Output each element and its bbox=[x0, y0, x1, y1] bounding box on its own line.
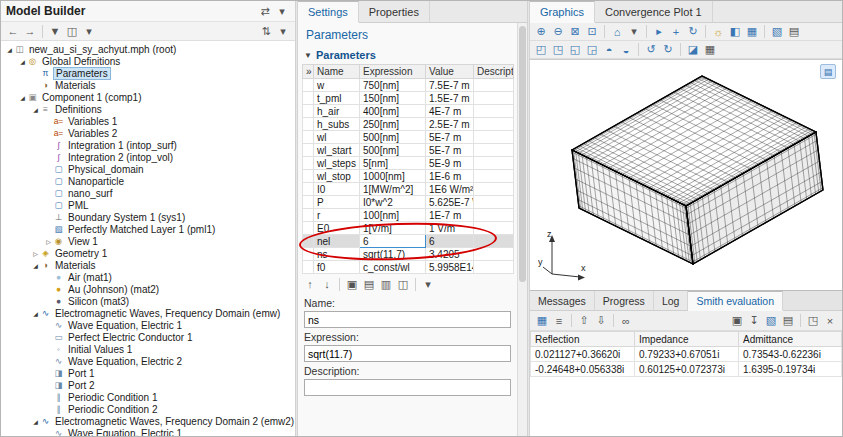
tree-item-materials[interactable]: ◢◑Materials bbox=[1, 259, 295, 271]
param-row-h-air[interactable]: h_air400[nm]4E-7 m bbox=[303, 105, 514, 118]
scene-light-icon[interactable]: ☼ bbox=[710, 24, 726, 40]
orbit-icon[interactable]: ↻ bbox=[685, 24, 701, 40]
param-expression-cell[interactable]: 6 bbox=[360, 235, 426, 248]
param-value-cell[interactable]: 1E-7 m bbox=[426, 209, 474, 222]
sort-descending-icon[interactable]: ⇩ bbox=[593, 313, 609, 329]
param-expression-cell[interactable]: 750[nm] bbox=[360, 79, 426, 92]
param-row-ns[interactable]: nssqrt(11.7)3.4205 bbox=[303, 248, 514, 261]
param-row-r[interactable]: r100[nm]1E-7 m bbox=[303, 209, 514, 222]
param-description-cell[interactable] bbox=[474, 105, 514, 118]
param-description-cell[interactable] bbox=[474, 118, 514, 131]
expand-collapse-icon[interactable]: ⇅ bbox=[258, 23, 274, 39]
tree-item-air-mat1[interactable]: ●Air (mat1) bbox=[1, 271, 295, 283]
dock-icon[interactable]: ◳ bbox=[805, 313, 821, 329]
image-icon[interactable]: ▧ bbox=[763, 313, 779, 329]
param-description-cell[interactable] bbox=[474, 170, 514, 183]
param-name-cell[interactable]: I0 bbox=[314, 183, 360, 196]
tab-smith-evaluation[interactable]: Smith evaluation bbox=[688, 291, 783, 311]
param-name-cell[interactable]: wl_stop bbox=[314, 170, 360, 183]
tab-convergence-plot-1[interactable]: Convergence Plot 1 bbox=[595, 1, 713, 22]
row-marker[interactable] bbox=[303, 248, 314, 261]
row-marker[interactable] bbox=[303, 209, 314, 222]
param-row-i0[interactable]: I01[MW/m^2]1E6 W/m² bbox=[303, 183, 514, 196]
param-expression-cell[interactable]: 5[nm] bbox=[360, 157, 426, 170]
tree-item-perfect-electric-conductor-1[interactable]: ▭Perfect Electric Conductor 1 bbox=[1, 331, 295, 343]
param-expression-cell[interactable]: 400[nm] bbox=[360, 105, 426, 118]
menu-dropdown-icon[interactable]: ▾ bbox=[81, 23, 97, 39]
tree-item-wave-equation-electric-1[interactable]: ∿Wave Equation, Electric 1 bbox=[1, 319, 295, 331]
move-up-icon[interactable]: ↑ bbox=[302, 276, 318, 292]
tree-item-electromagnetic-waves-frequency-domain-2-emw2[interactable]: ◢∿Electromagnetic Waves, Frequency Domai… bbox=[1, 415, 295, 427]
param-row-wl-steps[interactable]: wl_steps5[nm]5E-9 m bbox=[303, 157, 514, 170]
param-expression-cell[interactable]: 1[MW/m^2] bbox=[360, 183, 426, 196]
row-marker[interactable] bbox=[303, 118, 314, 131]
param-name-cell[interactable]: h_air bbox=[314, 105, 360, 118]
row-marker[interactable] bbox=[303, 235, 314, 248]
clip-plane-icon[interactable]: ◪ bbox=[685, 42, 701, 58]
top-view-icon[interactable]: ◓ bbox=[601, 42, 617, 58]
eval-value-cell[interactable]: -0.24648+0.056338i bbox=[531, 362, 635, 377]
tree-item-initial-values-1[interactable]: ◦Initial Values 1 bbox=[1, 343, 295, 355]
tree-item-nano-surf[interactable]: ▢nano_surf bbox=[1, 187, 295, 199]
go-to-default-view-icon[interactable]: ⌂ bbox=[609, 24, 625, 40]
param-row-nel[interactable]: nel66 bbox=[303, 235, 514, 248]
param-expression-cell[interactable]: c_const/wl bbox=[360, 261, 426, 274]
tree-item-periodic-condition-2[interactable]: ∥Periodic Condition 2 bbox=[1, 403, 295, 415]
tree-item-global-definitions[interactable]: ◢◎Global Definitions bbox=[1, 55, 295, 67]
expression-field-input[interactable] bbox=[304, 345, 511, 362]
param-row-wl-stop[interactable]: wl_stop1000[nm]1E-6 m bbox=[303, 170, 514, 183]
param-row-w[interactable]: w750[nm]7.5E-7 m bbox=[303, 79, 514, 92]
tree-item-variables-1[interactable]: a=Variables 1 bbox=[1, 115, 295, 127]
eval-row-2[interactable]: -0.24648+0.056338i0.60125+0.072373i1.639… bbox=[531, 362, 842, 377]
toggle-panel-icon[interactable]: ⇄ bbox=[257, 3, 273, 19]
tree-item-au-johnson-mat2[interactable]: ●Au (Johnson) (mat2) bbox=[1, 283, 295, 295]
param-value-cell[interactable]: 7.5E-7 m bbox=[426, 79, 474, 92]
tree-item-new-au-si-sy-achyut-mph-root[interactable]: ◢◫new_au_si_sy_achyut.mph (root) bbox=[1, 43, 295, 55]
param-expression-cell[interactable]: I0*w^2 bbox=[360, 196, 426, 209]
full-precision-icon[interactable]: ∞ bbox=[618, 313, 634, 329]
tab-properties[interactable]: Properties bbox=[359, 1, 430, 22]
tree-item-nanoparticle[interactable]: ▢Nanoparticle bbox=[1, 175, 295, 187]
row-marker[interactable] bbox=[303, 170, 314, 183]
eval-column-header-reflection[interactable]: Reflection bbox=[531, 332, 635, 347]
param-description-cell[interactable] bbox=[474, 209, 514, 222]
tree-item-component-1-comp1[interactable]: ◢▣Component 1 (comp1) bbox=[1, 91, 295, 103]
param-value-cell[interactable]: 1E6 W/m² bbox=[426, 183, 474, 196]
eval-column-header-admittance[interactable]: Admittance bbox=[739, 332, 842, 347]
param-description-cell[interactable] bbox=[474, 92, 514, 105]
zoom-in-icon[interactable]: ⊕ bbox=[533, 24, 549, 40]
row-marker[interactable] bbox=[303, 196, 314, 209]
precision-icon[interactable]: ≡ bbox=[551, 313, 567, 329]
param-expression-cell[interactable]: 250[nm] bbox=[360, 118, 426, 131]
param-name-cell[interactable]: wl_steps bbox=[314, 157, 360, 170]
pan-icon[interactable]: + bbox=[668, 24, 684, 40]
tree-item-electromagnetic-waves-frequency-domain-emw[interactable]: ◢∿Electromagnetic Waves, Frequency Domai… bbox=[1, 307, 295, 319]
column-header-description[interactable]: Description bbox=[474, 65, 514, 79]
left-view-icon[interactable]: ◱ bbox=[567, 42, 583, 58]
plot-settings-icon[interactable]: ▤ bbox=[820, 64, 836, 79]
row-marker[interactable] bbox=[303, 144, 314, 157]
row-marker[interactable] bbox=[303, 105, 314, 118]
param-value-cell[interactable]: 6 bbox=[426, 235, 474, 248]
tree-item-periodic-condition-1[interactable]: ∥Periodic Condition 1 bbox=[1, 391, 295, 403]
param-value-cell[interactable]: 5E-9 m bbox=[426, 157, 474, 170]
expanded-arrow-icon[interactable]: ◢ bbox=[18, 58, 27, 65]
eval-column-header-impedance[interactable]: Impedance bbox=[635, 332, 739, 347]
copy-table-icon[interactable]: ▣ bbox=[729, 313, 745, 329]
tab-progress[interactable]: Progress bbox=[595, 291, 654, 310]
param-description-cell[interactable] bbox=[474, 261, 514, 274]
filter-icon[interactable]: ▼ bbox=[47, 23, 63, 39]
eval-value-cell[interactable]: 1.6395-0.19734i bbox=[739, 362, 842, 377]
row-marker[interactable] bbox=[303, 131, 314, 144]
param-value-cell[interactable]: 3.4205 bbox=[426, 248, 474, 261]
tree-item-boundary-system-1-sys1[interactable]: ⊥Boundary System 1 (sys1) bbox=[1, 211, 295, 223]
param-name-cell[interactable]: h_subs bbox=[314, 118, 360, 131]
close-icon[interactable]: × bbox=[822, 313, 838, 329]
param-value-cell[interactable]: 2.5E-7 m bbox=[426, 118, 474, 131]
eval-value-cell[interactable]: 0.79233+0.67051i bbox=[635, 347, 739, 362]
param-name-cell[interactable]: E0 bbox=[314, 222, 360, 235]
row-marker[interactable] bbox=[303, 222, 314, 235]
tab-graphics[interactable]: Graphics bbox=[530, 1, 595, 23]
tree-item-definitions[interactable]: ◢≡Definitions bbox=[1, 103, 295, 115]
menu-dropdown-icon[interactable]: ▾ bbox=[420, 276, 436, 292]
